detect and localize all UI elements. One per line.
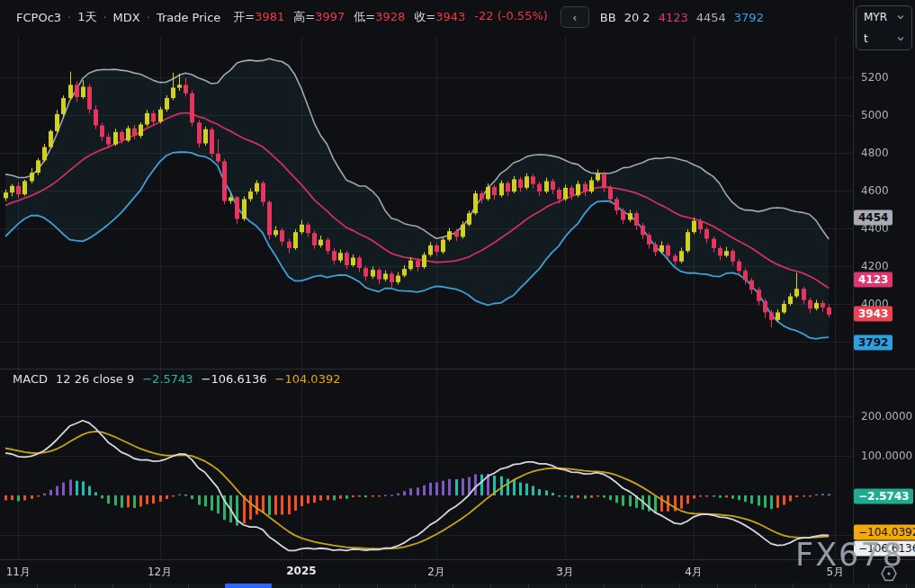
open-value: 开=3981 (233, 9, 284, 25)
bb-lower-badge: 3792 (854, 335, 893, 351)
time-tick: 5月 (827, 565, 845, 580)
currency-value: MYR (864, 11, 887, 23)
navigator-thumb[interactable] (225, 584, 272, 588)
interval-label: 1天 (77, 9, 96, 25)
time-tick: 12月 (148, 565, 172, 580)
exchange-label: MDX (113, 11, 140, 24)
bb-basis-badge: 4123 (854, 272, 893, 288)
macd-line-badge: −106.6136 (854, 541, 915, 557)
axis-unit-selector: MYR t (856, 5, 912, 50)
symbol-title: FCPOc3 (16, 11, 61, 24)
time-axis[interactable]: 11月12月20252月3月4月5月 (0, 560, 915, 583)
legend-collapse-button[interactable]: ‹ (561, 6, 589, 28)
macd-tick: 200.0000 (861, 410, 912, 423)
currency-dropdown[interactable]: MYR (857, 7, 911, 27)
price-tick: 4800 (861, 147, 889, 159)
bb-upper-badge: 4454 (854, 210, 893, 226)
macd-hist-badge: −2.5743 (854, 489, 913, 504)
settings-icon[interactable] (879, 565, 899, 583)
chart-canvas[interactable] (0, 0, 915, 588)
bollinger-legend: BB 20 2 4123 4454 3792 (600, 11, 764, 24)
low-value: 低=3928 (354, 9, 405, 25)
time-tick: 2025 (286, 565, 316, 577)
macd-tick: 100.0000 (861, 450, 912, 462)
time-tick: 2月 (427, 565, 445, 580)
change-value: -22 (-0.55%) (474, 9, 548, 25)
unit-value: t (864, 32, 868, 45)
chevron-left-icon: ‹ (572, 11, 577, 24)
hexagon-settings-icon (880, 566, 898, 582)
time-tick: 3月 (556, 565, 574, 580)
bb-params: 20 2 (624, 11, 650, 24)
chevron-down-icon (897, 13, 904, 21)
chart-legend-toolbar: FCPOc3 · 1天 · MDX · Trade Price 开=3981 高… (0, 0, 869, 34)
price-tick: 5000 (861, 109, 889, 121)
bb-upper-value: 4454 (696, 11, 726, 24)
price-tick: 4200 (861, 260, 889, 272)
macd-signal-value: −104.0392 (275, 372, 341, 386)
time-tick: 4月 (685, 565, 703, 580)
bb-lower-value: 3792 (734, 11, 764, 24)
price-tick: 5200 (861, 71, 889, 84)
series-type-label: Trade Price (157, 11, 220, 24)
last-price-badge: 3943 (854, 307, 893, 322)
separator-dot: · (103, 11, 106, 24)
ohlc-readout: 开=3981 高=3997 低=3928 收=3943 -22 (-0.55%) (233, 9, 548, 25)
macd-signal-badge: −104.0392 (854, 525, 915, 540)
macd-hist-value: −2.5743 (142, 372, 193, 386)
price-tick: 4600 (861, 184, 889, 197)
macd-params: 12 26 close 9 (56, 372, 134, 386)
macd-line-value: −106.6136 (202, 372, 267, 386)
chevron-down-icon (897, 35, 904, 42)
unit-dropdown[interactable]: t (857, 29, 911, 49)
bb-indicator-name: BB (600, 11, 616, 24)
macd-indicator-name: MACD (13, 372, 48, 386)
separator-dot: · (147, 11, 150, 24)
high-value: 高=3997 (293, 9, 345, 25)
price-axis[interactable]: 5200500048004600440042004000200.0000100.… (853, 0, 915, 588)
time-tick: 11月 (6, 565, 31, 580)
bb-basis-value: 4123 (659, 11, 688, 24)
trading-app-window: { "toolbar": { "symbol": "FCPOc3", "sepa… (0, 0, 915, 588)
macd-legend: MACD 12 26 close 9 −2.5743 −106.6136 −10… (13, 372, 340, 386)
close-value: 收=3943 (414, 9, 465, 25)
timeline-navigator[interactable] (0, 584, 915, 588)
separator-dot: · (67, 11, 71, 24)
